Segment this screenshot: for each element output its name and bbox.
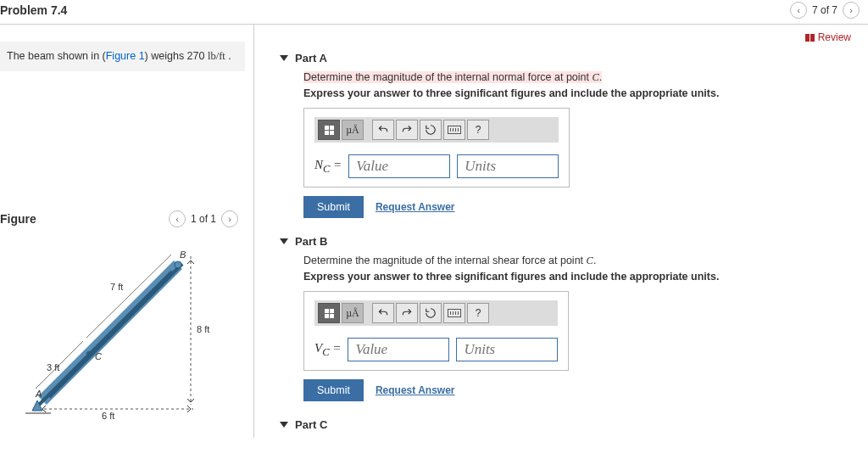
beam-diagram-svg: B A C 7 ft 3 ft 8 ft 6 ft: [8, 239, 220, 426]
prev-problem-button[interactable]: ‹: [790, 2, 807, 19]
part-a-answer-box: µÅ ? NC =: [303, 108, 570, 188]
svg-text:C: C: [95, 351, 102, 361]
reset-button[interactable]: [420, 303, 442, 323]
review-link[interactable]: Review: [818, 31, 851, 43]
part-c-title: Part C: [295, 418, 327, 431]
part-b-instruction: Express your answer to three significant…: [303, 271, 851, 283]
part-c-header[interactable]: Part C: [280, 418, 851, 431]
part-a-value-input[interactable]: [348, 154, 450, 178]
part-b-title: Part B: [295, 235, 327, 248]
help-button[interactable]: ?: [467, 303, 489, 323]
review-row: Review: [280, 31, 851, 43]
problem-nav-text: 7 of 7: [812, 4, 837, 16]
part-b-request-answer-link[interactable]: Request Answer: [376, 384, 455, 396]
help-button[interactable]: ?: [467, 120, 489, 140]
svg-point-6: [175, 261, 181, 268]
right-column: Review Part A Determine the magnitude of…: [254, 25, 868, 438]
part-a-var-label: NC =: [314, 158, 342, 176]
next-problem-button[interactable]: ›: [843, 2, 860, 19]
part-b-value-input[interactable]: [348, 338, 449, 361]
undo-button[interactable]: [372, 120, 394, 140]
caret-down-icon: [280, 238, 288, 244]
svg-text:A: A: [35, 389, 42, 399]
part-a-header[interactable]: Part A: [280, 52, 851, 64]
problem-statement: The beam shown in (Figure 1) weighs 270 …: [0, 42, 245, 71]
part-b-submit-button[interactable]: Submit: [303, 379, 364, 401]
figure-link[interactable]: Figure 1: [106, 50, 145, 62]
part-b-header[interactable]: Part B: [280, 235, 851, 248]
svg-text:3 ft: 3 ft: [47, 362, 59, 372]
keyboard-button[interactable]: [443, 120, 465, 140]
svg-text:8 ft: 8 ft: [197, 324, 209, 334]
svg-text:6 ft: 6 ft: [102, 411, 114, 421]
part-a-title: Part A: [295, 52, 327, 64]
part-b-answer-box: µÅ ? VC =: [303, 291, 569, 371]
part-a-units-input[interactable]: [457, 154, 559, 178]
left-column: The beam shown in (Figure 1) weighs 270 …: [0, 25, 254, 438]
svg-line-2: [39, 272, 172, 405]
review-icon: [805, 34, 815, 42]
figure-diagram: B A C 7 ft 3 ft 8 ft 6 ft: [0, 231, 245, 428]
part-a-body: Determine the magnitude of the internal …: [280, 71, 851, 218]
templates-button[interactable]: [318, 120, 340, 140]
part-b-input-row: VC =: [314, 338, 558, 361]
part-a-submit-button[interactable]: Submit: [303, 196, 364, 218]
figure-nav: ‹ 1 of 1 ›: [169, 210, 238, 227]
problem-title: Problem 7.4: [0, 3, 67, 17]
keyboard-button[interactable]: [443, 303, 465, 323]
templates-button[interactable]: [318, 303, 340, 323]
redo-button[interactable]: [396, 120, 418, 140]
part-b-prompt: Determine the magnitude of the internal …: [303, 255, 851, 267]
part-a-instruction: Express your answer to three significant…: [303, 87, 851, 99]
part-b-var-label: VC =: [314, 341, 341, 359]
figure-title: Figure: [0, 212, 36, 226]
symbols-button[interactable]: µÅ: [342, 303, 364, 323]
part-a-toolbar: µÅ ?: [314, 117, 559, 143]
top-bar: Problem 7.4 ‹ 7 of 7 ›: [0, 0, 868, 25]
reset-button[interactable]: [420, 120, 442, 140]
problem-nav: ‹ 7 of 7 ›: [790, 2, 860, 19]
part-a-input-row: NC =: [314, 154, 559, 178]
part-a-request-answer-link[interactable]: Request Answer: [376, 201, 455, 213]
part-b-units-input[interactable]: [456, 338, 558, 361]
svg-point-7: [86, 351, 92, 356]
svg-text:7 ft: 7 ft: [110, 282, 123, 292]
part-b-body: Determine the magnitude of the internal …: [280, 255, 851, 401]
caret-down-icon: [280, 422, 288, 428]
figure-prev-button[interactable]: ‹: [169, 210, 186, 227]
undo-button[interactable]: [372, 303, 394, 323]
part-a-prompt: Determine the magnitude of the internal …: [303, 71, 851, 84]
figure-next-button[interactable]: ›: [221, 210, 238, 227]
svg-line-12: [86, 255, 171, 338]
figure-nav-text: 1 of 1: [191, 213, 216, 225]
redo-button[interactable]: [396, 303, 418, 323]
caret-down-icon: [280, 55, 288, 61]
part-b-toolbar: µÅ ?: [314, 300, 558, 326]
symbols-button[interactable]: µÅ: [342, 120, 364, 140]
figure-header: Figure ‹ 1 of 1 ›: [0, 207, 245, 231]
svg-text:B: B: [180, 249, 186, 260]
